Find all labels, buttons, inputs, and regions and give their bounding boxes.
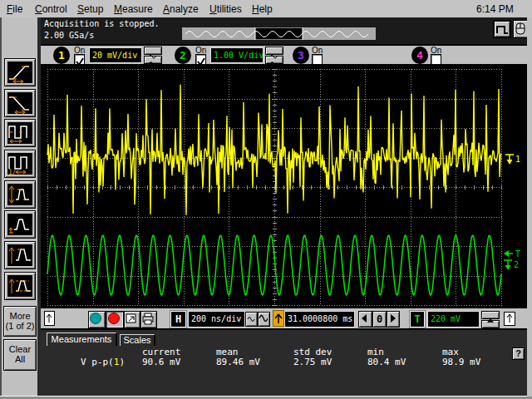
scale-down-icon[interactable] xyxy=(265,56,283,64)
clear-all-button[interactable]: Clear All xyxy=(3,339,37,371)
window-bottom-edge xyxy=(0,396,532,399)
measurement-current: 90.6 mV xyxy=(142,357,180,367)
trigger-button[interactable]: T xyxy=(410,311,425,328)
channel-2-on-checkbox[interactable] xyxy=(195,54,206,65)
tool-v-max-button[interactable] xyxy=(4,241,36,269)
scale-up-icon[interactable] xyxy=(265,47,283,55)
tool-v-amplitude-button[interactable] xyxy=(4,272,36,300)
trigger-position-marker[interactable] xyxy=(273,310,284,327)
run-icon xyxy=(89,312,103,326)
channel-2-ground-marker[interactable]: 2 xyxy=(502,257,524,272)
svg-text:1/: 1/ xyxy=(8,169,17,175)
fall-time-icon xyxy=(7,92,32,114)
horizontal-position-field[interactable]: 31.0000800 ms xyxy=(284,311,355,328)
decrement-icon[interactable] xyxy=(481,320,500,328)
scope-display: 1 T 2 xyxy=(41,66,527,308)
v-min-icon xyxy=(7,214,32,235)
status-bar: Acquisition is stopped. 2.00 GSa/s xyxy=(41,17,527,44)
tab-scales[interactable]: Scales xyxy=(120,334,155,346)
svg-text:2: 2 xyxy=(514,260,519,269)
v-p-p-icon xyxy=(7,184,32,205)
acquisition-status: Acquisition is stopped. xyxy=(44,19,159,28)
tool-v-min-button[interactable] xyxy=(4,210,36,239)
increment-icon[interactable] xyxy=(481,311,500,319)
menu-utilities[interactable]: Utilities xyxy=(209,3,242,15)
export-icon xyxy=(125,312,138,326)
acquisition-scrollbar[interactable] xyxy=(182,27,376,40)
pulse-icon xyxy=(495,22,510,37)
scale-up-icon[interactable] xyxy=(144,47,162,55)
trigger-level-field[interactable]: 220 mV xyxy=(427,311,480,328)
more-label-2: (1 of 2) xyxy=(4,321,36,331)
tool-v-p-p-button[interactable] xyxy=(4,180,36,209)
menu-setup[interactable]: Setup xyxy=(77,3,103,15)
v-amplitude-icon xyxy=(7,275,32,297)
measurement-min: 80.4 mV xyxy=(367,357,406,367)
channel-3-badge[interactable]: 3 xyxy=(293,47,309,64)
menu-file[interactable]: File xyxy=(7,3,22,15)
scroll-up-right-button[interactable] xyxy=(504,312,515,326)
channel-4-on-checkbox[interactable] xyxy=(431,54,441,65)
menu-bar: File Control Setup Measure Analyze Utili… xyxy=(0,0,532,17)
menu-measure[interactable]: Measure xyxy=(114,3,153,15)
large-wave-icon xyxy=(259,313,268,324)
measurement-mean: 89.46 mV xyxy=(216,357,260,367)
tool-frequency-button[interactable]: 1/ xyxy=(4,150,36,178)
timebase-field[interactable]: 200 ns/div xyxy=(188,311,245,328)
channel-2-scale-field[interactable]: 1.00 V/div xyxy=(210,47,264,63)
stop-button[interactable] xyxy=(106,311,124,328)
menu-analyze[interactable]: Analyze xyxy=(163,3,199,15)
menu-control[interactable]: Control xyxy=(35,3,67,15)
scale-down-icon[interactable] xyxy=(144,56,162,64)
tool-period-button[interactable] xyxy=(4,119,36,147)
channel-1-ground-marker[interactable]: 1 xyxy=(504,151,525,166)
channel-2-scale-spinner[interactable] xyxy=(265,47,283,64)
print-button[interactable] xyxy=(140,311,157,328)
channel-1-on-checkbox[interactable] xyxy=(74,54,85,65)
run-button[interactable] xyxy=(88,311,106,328)
rise-time-icon xyxy=(7,62,32,83)
export-button[interactable] xyxy=(124,311,140,328)
channel-1-scale-spinner[interactable] xyxy=(144,47,162,64)
position-right-button[interactable] xyxy=(387,311,400,328)
frequency-icon: 1/ xyxy=(7,153,32,175)
timebase-zoom-out-button[interactable] xyxy=(258,312,270,327)
measurement-std-dev: 2.75 mV xyxy=(293,357,332,367)
clear-label-1: Clear xyxy=(4,344,36,354)
svg-text:1: 1 xyxy=(515,155,520,164)
sample-rate: 2.00 GSa/s xyxy=(44,31,94,40)
small-wave-icon xyxy=(246,313,255,324)
right-arrow-icon xyxy=(387,312,397,325)
mouse-icon xyxy=(514,21,527,36)
trigger-level-spinner[interactable] xyxy=(481,311,500,328)
channel-1-scale-field[interactable]: 20 mV/div xyxy=(89,47,142,63)
period-icon xyxy=(7,122,32,144)
scroll-up-left-button[interactable] xyxy=(44,311,55,326)
up-arrow-icon xyxy=(273,311,283,326)
tool-fall-time-button[interactable] xyxy=(4,89,36,117)
help-button[interactable]: ? xyxy=(512,347,525,360)
position-left-button[interactable] xyxy=(358,311,372,328)
channel-1-badge[interactable]: 1 xyxy=(53,47,70,64)
channel-3-on-checkbox[interactable] xyxy=(312,54,323,65)
channel-4-badge[interactable]: 4 xyxy=(411,47,428,64)
measurement-row-label: V p-p(1) xyxy=(81,357,125,367)
left-arrow-icon xyxy=(359,312,370,325)
pulse-mode-button[interactable] xyxy=(493,20,511,38)
printer-icon xyxy=(141,312,155,326)
tab-measurements[interactable]: Measurements xyxy=(47,332,117,346)
more-label-1: More xyxy=(4,311,36,321)
position-zero-button[interactable]: 0 xyxy=(372,311,387,328)
scope-canvas xyxy=(41,66,527,308)
timebase-zoom-in-button[interactable] xyxy=(245,312,258,327)
more-button[interactable]: More (1 of 2) xyxy=(3,306,37,337)
horizontal-trigger-bar: H 200 ns/div 31.0000800 ms 0 T 220 mV xyxy=(41,308,527,330)
up-arrow-icon xyxy=(505,313,515,325)
tool-rise-time-button[interactable] xyxy=(4,58,36,86)
horizontal-button[interactable]: H xyxy=(170,311,186,328)
menu-help[interactable]: Help xyxy=(252,3,273,15)
channel-2-badge[interactable]: 2 xyxy=(175,47,191,64)
results-panel: Measurements Scales current mean std dev… xyxy=(41,330,527,396)
window-right-edge xyxy=(527,17,532,397)
measurement-max: 98.9 mV xyxy=(442,357,480,367)
